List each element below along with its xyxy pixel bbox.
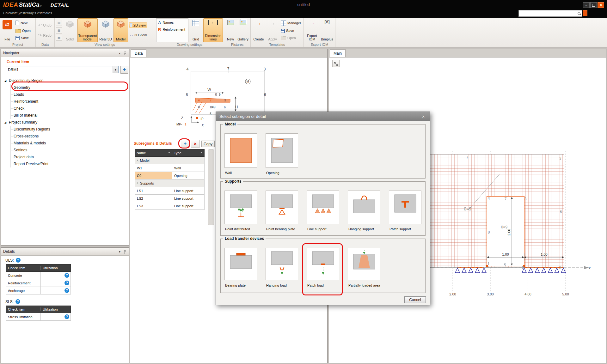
maximize-button[interactable] bbox=[590, 2, 597, 8]
table-row-ls3[interactable]: LS3Line support bbox=[135, 202, 205, 210]
tree-item-settings[interactable]: Settings bbox=[1, 147, 129, 154]
undo-icon bbox=[38, 22, 42, 28]
search-input[interactable] bbox=[519, 11, 577, 16]
table-row-o2[interactable]: O2Opening bbox=[135, 172, 205, 179]
add-subregion-button[interactable] bbox=[181, 140, 189, 148]
tree-item-bill-of-material[interactable]: Bill of material bbox=[1, 112, 129, 119]
tab-main[interactable]: Main bbox=[330, 49, 346, 57]
support-triangle-icon bbox=[469, 268, 473, 273]
view-toggle-2-button[interactable]: ▦ bbox=[56, 27, 62, 33]
dialog-item-patch-support[interactable]: Patch support bbox=[389, 191, 421, 231]
dialog-item-patch-load[interactable]: Patch load bbox=[307, 248, 339, 287]
tree-item-report-preview-print[interactable]: Report Preview/Print bbox=[1, 161, 129, 167]
grid-label: Grid bbox=[193, 38, 199, 41]
reinforcement-toggle[interactable]: RReinforcement bbox=[157, 26, 187, 33]
help-icon[interactable]: ? bbox=[16, 258, 21, 263]
search-icon[interactable] bbox=[577, 11, 581, 16]
close-button[interactable] bbox=[598, 2, 604, 8]
tree-item-discontinuity-region[interactable]: ◢Discontinuity Region bbox=[1, 77, 129, 84]
view-toggle-1-button[interactable]: ▤ bbox=[56, 20, 62, 26]
dialog-item-point-bearing-plate[interactable]: Point bearing plate bbox=[266, 191, 298, 231]
picture-new-button[interactable]: New bbox=[225, 18, 236, 42]
tree-item-materials-models[interactable]: Materials & models bbox=[1, 140, 129, 147]
dialog-item-bearing-plate[interactable]: Bearing plate bbox=[224, 248, 257, 287]
expander-icon[interactable]: ◢ bbox=[4, 79, 9, 82]
template-save-button[interactable]: Save bbox=[279, 28, 302, 33]
names-toggle[interactable]: ANames bbox=[157, 19, 187, 26]
template-save-label: Save bbox=[286, 29, 294, 33]
help-icon[interactable]: ? bbox=[64, 314, 69, 319]
table-row-ls1[interactable]: LS1Line support bbox=[135, 187, 205, 195]
gallery-button[interactable]: Gallery bbox=[236, 18, 249, 42]
tree-item-project-summary[interactable]: ◢Project summary bbox=[1, 119, 129, 126]
scrollbar[interactable] bbox=[208, 149, 214, 225]
tree-item-cross-sections[interactable]: Cross-sections bbox=[1, 133, 129, 140]
copy-button[interactable]: Copy bbox=[201, 141, 215, 147]
dialog-close-icon[interactable] bbox=[420, 114, 426, 119]
filter-icon[interactable] bbox=[200, 152, 203, 155]
pin-icon[interactable] bbox=[123, 250, 126, 254]
template-open-label: Open bbox=[287, 36, 296, 40]
dialog-item-partially-loaded-area[interactable]: Partially loaded area bbox=[348, 248, 380, 287]
collapse-panel-icon[interactable] bbox=[119, 51, 120, 55]
3d-view-button[interactable]: 3D view bbox=[129, 32, 147, 38]
drawing-label: 3 bbox=[559, 156, 561, 161]
add-region-button[interactable] bbox=[120, 66, 128, 74]
open-button[interactable]: Open bbox=[14, 28, 32, 34]
2d-view-button[interactable]: 2D view bbox=[129, 22, 147, 28]
dialog-item-opening[interactable]: Opening bbox=[266, 133, 298, 175]
dimension-lines-button[interactable]: Dimension lines bbox=[203, 18, 223, 42]
navigator-title: Navigator bbox=[3, 51, 19, 55]
file-button[interactable]: ID File bbox=[1, 18, 14, 42]
header-text: Type bbox=[174, 151, 181, 155]
delete-subregion-button[interactable] bbox=[191, 140, 199, 148]
collapse-panel-icon[interactable] bbox=[119, 249, 120, 254]
tree-item-discontinuity-regions[interactable]: Discontinuity Regions bbox=[1, 126, 129, 133]
app-logo: IDEA StatiCa ® DETAIL bbox=[3, 1, 69, 8]
pin-icon[interactable] bbox=[123, 51, 126, 55]
table-group-supports[interactable]: Supports bbox=[135, 179, 205, 187]
tree-item-check[interactable]: Check bbox=[1, 105, 129, 112]
help-button[interactable] bbox=[583, 10, 587, 16]
view-toggle-3-button[interactable]: ▩ bbox=[56, 35, 62, 41]
new-button[interactable]: New bbox=[14, 20, 32, 26]
tree-item-loads[interactable]: Loads bbox=[1, 91, 129, 98]
tab-data[interactable]: Data bbox=[131, 49, 146, 57]
grid-button[interactable]: Grid bbox=[189, 18, 203, 42]
template-create-button[interactable]: Create bbox=[252, 18, 266, 42]
tree-item-project-data[interactable]: Project data bbox=[1, 154, 129, 161]
transparent-model-button[interactable]: Transparent model bbox=[77, 18, 98, 42]
tree-item-geometry[interactable]: Geometry bbox=[1, 84, 129, 91]
save-button[interactable]: Save bbox=[14, 35, 32, 41]
dialog-item-point-distributed[interactable]: Point distributed bbox=[224, 191, 257, 231]
minimize-button[interactable] bbox=[583, 2, 590, 8]
tree-item-reinforcement[interactable]: Reinforcement bbox=[1, 98, 129, 105]
app-mode-label: DETAIL bbox=[51, 2, 69, 8]
dialog-item-hanging-support[interactable]: Hanging support bbox=[348, 191, 380, 231]
help-icon[interactable]: ? bbox=[64, 273, 69, 278]
model-button[interactable]: Model bbox=[113, 18, 128, 42]
current-item-dropdown[interactable]: DRM1 bbox=[6, 66, 119, 73]
tree-item-label: Discontinuity Region bbox=[9, 78, 43, 83]
help-icon[interactable]: ? bbox=[15, 299, 20, 304]
cancel-button[interactable]: Cancel bbox=[404, 296, 426, 303]
table-group-model[interactable]: Model bbox=[135, 157, 205, 164]
filter-icon[interactable] bbox=[168, 152, 170, 155]
dialog-header[interactable]: Select subregion or detail bbox=[216, 112, 430, 121]
table-row-w1[interactable]: W1Wall bbox=[135, 164, 205, 172]
chevron-down-icon[interactable] bbox=[113, 66, 118, 73]
dialog-item-wall[interactable]: Wall bbox=[224, 133, 257, 175]
table-header: Check itemUtilization bbox=[6, 306, 71, 313]
export-iom-button[interactable]: Export IOM bbox=[305, 18, 319, 42]
logo-registered-mark: ® bbox=[40, 4, 42, 7]
help-icon[interactable]: ? bbox=[64, 281, 69, 285]
real-3d-button[interactable]: Real 3D bbox=[98, 18, 113, 42]
expander-icon[interactable]: ◢ bbox=[4, 121, 9, 124]
table-row-ls2[interactable]: LS2Line support bbox=[135, 195, 205, 202]
dialog-item-hanging-load[interactable]: Hanging load bbox=[266, 248, 298, 287]
help-icon[interactable]: ? bbox=[64, 288, 69, 293]
bimplus-button[interactable]: [Λ] Bimplus bbox=[320, 18, 334, 42]
template-manager-button[interactable]: Manager bbox=[279, 20, 302, 27]
ribbon-group-pictures: New Gallery Pictures bbox=[224, 18, 251, 47]
dialog-item-line-support[interactable]: Line support bbox=[307, 191, 339, 231]
